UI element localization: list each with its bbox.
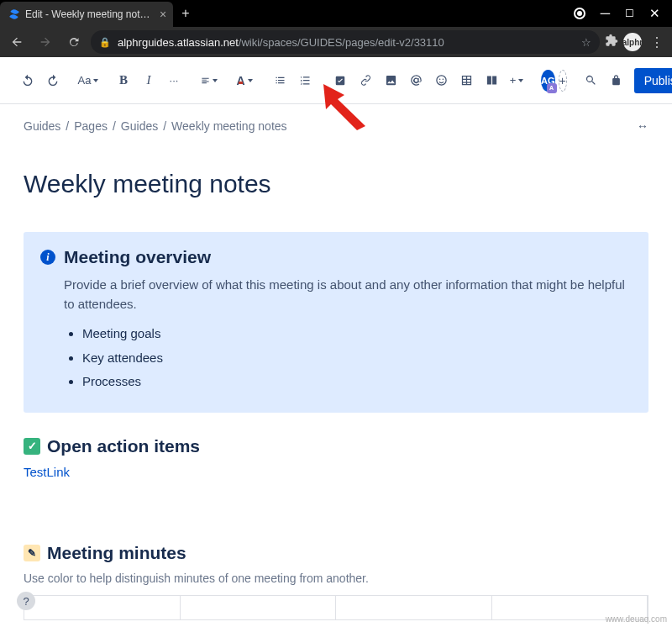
bullet-list-button[interactable] (269, 67, 291, 94)
note-icon: ✎ (24, 545, 40, 561)
extensions-icon[interactable] (605, 34, 618, 50)
list-item[interactable]: Processes (82, 370, 632, 394)
bold-button[interactable]: B (113, 67, 134, 94)
insert-dropdown[interactable]: + (506, 67, 528, 94)
tab-strip: Edit - Weekly meeting notes - G × + (0, 0, 190, 27)
publish-button[interactable]: Publish (634, 68, 672, 93)
panel-heading-text[interactable]: Meeting overview (64, 247, 211, 267)
restrictions-button[interactable] (606, 67, 627, 94)
maximize-button[interactable]: ☐ (625, 8, 634, 19)
action-item-button[interactable] (329, 67, 351, 94)
url-text: alphrguides.atlassian.net/wiki/spaces/GU… (118, 36, 444, 49)
hint-text[interactable]: Use color to help distinguish minutes of… (24, 572, 648, 585)
more-format-button[interactable]: ··· (163, 67, 185, 94)
find-button[interactable] (580, 67, 602, 94)
tab-title: Edit - Weekly meeting notes - G (25, 8, 151, 20)
mention-button[interactable] (405, 67, 427, 94)
panel-heading: i Meeting overview (40, 247, 632, 267)
editor-content[interactable]: Weekly meeting notes i Meeting overview … (0, 138, 672, 627)
check-icon: ✓ (24, 438, 40, 455)
page-title[interactable]: Weekly meeting notes (24, 170, 648, 198)
image-button[interactable] (380, 67, 402, 94)
emoji-button[interactable] (430, 67, 452, 94)
breadcrumb-item[interactable]: Pages (74, 119, 108, 133)
browser-tab[interactable]: Edit - Weekly meeting notes - G × (0, 2, 173, 27)
link-text[interactable]: TestLink (24, 465, 648, 479)
new-tab-button[interactable]: + (181, 6, 189, 21)
text-style-dropdown[interactable]: Aa (77, 67, 99, 94)
minimize-button[interactable]: ─ (601, 6, 610, 21)
bookmark-star-icon[interactable]: ☆ (581, 36, 591, 49)
breadcrumb-item[interactable]: Weekly meeting notes (171, 119, 286, 133)
info-icon: i (40, 250, 55, 265)
panel-body-text[interactable]: Provide a brief overview of what this me… (64, 276, 632, 314)
redo-button[interactable] (42, 67, 64, 94)
breadcrumb-row: Guides/ Pages/ Guides/ Weekly meeting no… (0, 104, 672, 138)
text-color-dropdown[interactable]: A (234, 67, 255, 94)
close-window-button[interactable]: ✕ (649, 6, 660, 21)
svg-point-1 (436, 76, 445, 85)
window-titlebar: Edit - Weekly meeting notes - G × + ─ ☐ … (0, 0, 672, 27)
list-item[interactable]: Key attendees (82, 346, 632, 371)
table-stub[interactable] (24, 595, 648, 620)
profile-avatar[interactable]: alphr (623, 33, 642, 51)
record-icon[interactable] (574, 8, 585, 19)
heading-text[interactable]: Meeting minutes (47, 543, 186, 563)
lock-icon: 🔒 (99, 37, 111, 48)
svg-point-2 (438, 78, 440, 80)
numbered-list-button[interactable] (294, 67, 316, 94)
breadcrumb-item[interactable]: Guides (24, 119, 60, 133)
undo-button[interactable] (17, 67, 39, 94)
page-width-toggle-icon[interactable]: ↔ (637, 119, 648, 133)
heading-text[interactable]: Open action items (47, 436, 200, 456)
reload-button[interactable] (62, 30, 86, 54)
list-item[interactable]: Meeting goals (82, 322, 632, 346)
panel-bullet-list[interactable]: Meeting goals Key attendees Processes (82, 322, 632, 394)
confluence-favicon-icon (8, 8, 20, 20)
section-heading[interactable]: ✎ Meeting minutes (24, 543, 648, 563)
window-controls: ─ ☐ ✕ (574, 6, 672, 21)
help-button[interactable]: ? (17, 592, 35, 610)
section-heading[interactable]: ✓ Open action items (24, 436, 648, 456)
table-button[interactable] (455, 67, 477, 94)
user-avatar[interactable]: AGA (541, 70, 555, 92)
link-button[interactable] (354, 67, 376, 94)
align-dropdown[interactable] (198, 67, 220, 94)
breadcrumb: Guides/ Pages/ Guides/ Weekly meeting no… (24, 119, 287, 133)
breadcrumb-item[interactable]: Guides (121, 119, 158, 133)
invite-button[interactable]: + (559, 70, 567, 92)
italic-button[interactable]: I (138, 67, 160, 94)
layouts-button[interactable] (480, 67, 502, 94)
browser-menu-icon[interactable]: ⋮ (647, 34, 667, 50)
back-button[interactable] (5, 30, 29, 54)
tab-close-icon[interactable]: × (160, 8, 166, 21)
info-panel[interactable]: i Meeting overview Provide a brief overv… (24, 232, 648, 413)
forward-button[interactable] (34, 30, 57, 54)
watermark-text: www.deuaq.com (606, 614, 667, 624)
editor-toolbar: Aa B I ··· A + AGA + Publish Close ··· (0, 57, 672, 104)
svg-point-3 (442, 78, 444, 80)
address-bar: 🔒 alphrguides.atlassian.net/wiki/spaces/… (0, 27, 672, 57)
url-field[interactable]: 🔒 alphrguides.atlassian.net/wiki/spaces/… (91, 30, 600, 54)
